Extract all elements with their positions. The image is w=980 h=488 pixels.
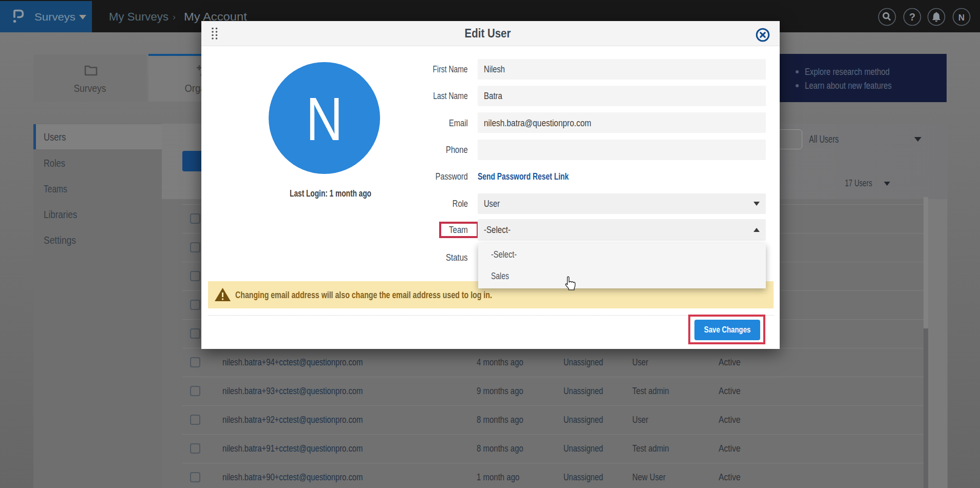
svg-text:?: ?: [909, 11, 915, 23]
svg-text:N: N: [958, 13, 965, 23]
